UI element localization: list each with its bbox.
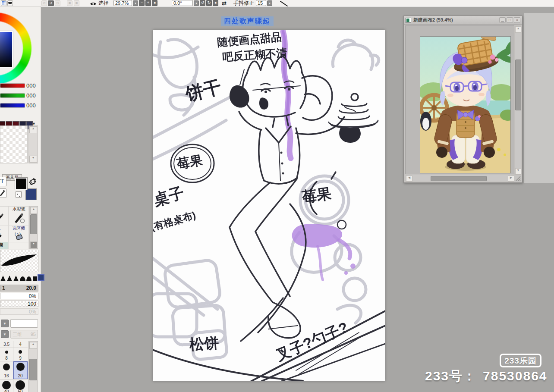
texture-dropdown-button[interactable]: ▼: [1, 330, 9, 338]
reselect-button[interactable]: ■: [74, 0, 79, 6]
angle-dropdown-caret[interactable]: ▾: [194, 0, 199, 6]
drawing-canvas[interactable]: 随便画点甜品 吧反正糊不清 饼干 莓果 莓果 桌子 (有格桌布) 松饼 叉子?勺…: [153, 30, 385, 381]
red-slider[interactable]: [0, 83, 25, 88]
tip-shape-selected[interactable]: [38, 274, 44, 281]
zoom-reset-button[interactable]: ■: [152, 0, 157, 6]
size-option-50[interactable]: 50: [13, 389, 28, 392]
size-dot[interactable]: [16, 380, 25, 390]
annotation-pancake: 松饼: [189, 334, 219, 353]
reference-hscrollbar[interactable]: ◀ ▶: [405, 175, 514, 182]
dice-texture-icon[interactable]: [16, 191, 22, 198]
top-toolbar: ↺ ↺ ↻ ■ ■ 选择 29.7% ▾ − + ■ 0.0° ▾ ↺ ↻ ■ …: [0, 0, 554, 6]
tip-shape-triangle[interactable]: [0, 276, 6, 281]
tip-shape-triangle[interactable]: [13, 276, 19, 281]
reference-window-titlebar[interactable]: 新建画布2 (59.4%) ▁ □ ×: [404, 16, 522, 25]
reference-vscrollbar[interactable]: ▲ ▼: [514, 25, 522, 175]
tool-cell-selection-eraser[interactable]: 选区擦 (S): [9, 226, 29, 242]
redo-button[interactable]: ↻: [55, 0, 60, 6]
foreground-color-swatch[interactable]: [15, 178, 27, 190]
scroll-up-icon[interactable]: ▲: [30, 207, 37, 214]
palette-empty-area[interactable]: [0, 125, 28, 163]
text-tool-button[interactable]: T: [0, 177, 6, 186]
maximize-button[interactable]: □: [507, 17, 513, 23]
scroll-thumb[interactable]: [431, 176, 487, 181]
stabilizer-dropdown-caret[interactable]: ▾: [267, 0, 272, 6]
size-option-8[interactable]: 8: [0, 356, 13, 361]
shape-name-field[interactable]: [10, 319, 38, 328]
shape-dropdown-button[interactable]: ▼: [1, 320, 9, 327]
tool-grid-scrollbar[interactable]: ▲ ▼: [29, 206, 38, 249]
zoom-out-button[interactable]: −: [139, 0, 145, 6]
tip-shape-dome[interactable]: [26, 276, 31, 281]
size-dot[interactable]: [3, 364, 10, 370]
rotate-ccw-button[interactable]: ↺: [200, 0, 205, 6]
tip-shape-triangle[interactable]: [7, 276, 12, 281]
close-button[interactable]: ×: [514, 17, 520, 23]
scroll-up-icon[interactable]: ▲: [515, 26, 521, 33]
undo-button[interactable]: ↺: [48, 0, 54, 6]
flip-horizontal-icon[interactable]: ⇄: [222, 0, 227, 6]
swap-colors-icon[interactable]: [28, 178, 37, 187]
eyedropper-button[interactable]: [0, 188, 6, 198]
scroll-up-icon[interactable]: ▲: [29, 342, 37, 349]
tool-cell-pen[interactable]: 笔 (S): [0, 226, 9, 242]
scroll-up-icon[interactable]: ▲: [29, 126, 37, 133]
watercolor-brush-icon: [13, 212, 25, 224]
scroll-thumb[interactable]: [30, 214, 37, 234]
history-back-disabled-button[interactable]: ↺: [41, 0, 47, 6]
tool-label-watercolor: 水彩笔: [9, 207, 28, 212]
pixel-grid-icon[interactable]: [1, 0, 6, 6]
size-option-16[interactable]: 16: [0, 373, 13, 378]
stabilizer-value-box[interactable]: 15: [256, 0, 266, 6]
brush-size-slider[interactable]: 1 20.0: [0, 285, 38, 292]
tip-shape-square[interactable]: [33, 276, 37, 281]
scroll-left-icon[interactable]: ◀: [406, 176, 412, 182]
texture-name-field[interactable]: 三维 95: [10, 330, 38, 339]
zoom-value-box[interactable]: 29.7%: [113, 0, 132, 6]
green-slider[interactable]: [0, 93, 25, 98]
size-dot[interactable]: [2, 381, 11, 389]
reference-window[interactable]: 新建画布2 (59.4%) ▁ □ ×: [403, 16, 523, 183]
size-option-3.5[interactable]: 3.5: [0, 342, 13, 347]
size-dot[interactable]: [16, 363, 25, 371]
size-option-9[interactable]: 9: [13, 356, 28, 361]
player-id-label: 233号：: [425, 369, 477, 383]
blue-value: 000: [26, 102, 39, 109]
tool-cell-watercolor[interactable]: 水彩笔: [9, 207, 29, 226]
size-grid-scrollbar[interactable]: ▲: [28, 341, 38, 392]
angle-reset-button[interactable]: ■: [213, 0, 218, 6]
size-dot[interactable]: [19, 350, 22, 354]
rotate-cw-button[interactable]: ↻: [206, 0, 212, 6]
scroll-down-icon[interactable]: ▼: [515, 168, 521, 175]
opacity-slider[interactable]: 100: [0, 301, 38, 307]
palette-scrollbar[interactable]: ▲ ▼: [28, 125, 38, 163]
scroll-down-icon[interactable]: ▼: [29, 156, 37, 163]
zoom-dropdown-caret[interactable]: ▾: [133, 0, 138, 6]
scroll-down-icon[interactable]: ▼: [30, 241, 37, 248]
min-size-slider[interactable]: 0%: [0, 293, 38, 299]
scroll-thumb[interactable]: [515, 60, 521, 110]
size-option-4[interactable]: 4: [13, 342, 28, 347]
tip-shape-dome[interactable]: [20, 276, 25, 281]
tool-cell-pen2[interactable]: [0, 207, 9, 226]
zoom-in-button[interactable]: +: [145, 0, 151, 6]
scroll-thumb[interactable]: [29, 359, 37, 380]
color-tool-sidebar: 000 000 000 ▼ ▲ ▼ 画具风 T: [0, 6, 41, 392]
deselect-button[interactable]: ■: [67, 0, 72, 6]
color-dot-button[interactable]: [7, 0, 13, 6]
blue-slider[interactable]: [0, 103, 25, 108]
size-option-40[interactable]: 40: [0, 389, 13, 392]
size-dot[interactable]: [5, 351, 8, 354]
text-layer-selection[interactable]: 四处歌声骤起: [221, 16, 274, 26]
resize-grip[interactable]: [514, 175, 522, 182]
size-min-label: 1: [2, 285, 5, 291]
background-color-swatch[interactable]: [25, 188, 37, 200]
scroll-right-icon[interactable]: ▶: [508, 176, 514, 182]
tool-cell-blur-selected[interactable]: 模糊: [0, 242, 9, 249]
disabled-slider[interactable]: 0%: [0, 308, 38, 315]
tool-cell-empty[interactable]: [9, 242, 29, 249]
angle-value-box[interactable]: 0.0°: [172, 0, 193, 6]
saturation-value-square[interactable]: [0, 31, 13, 68]
size-option-20[interactable]: 20: [13, 373, 28, 378]
minimize-button[interactable]: ▁: [499, 17, 506, 23]
